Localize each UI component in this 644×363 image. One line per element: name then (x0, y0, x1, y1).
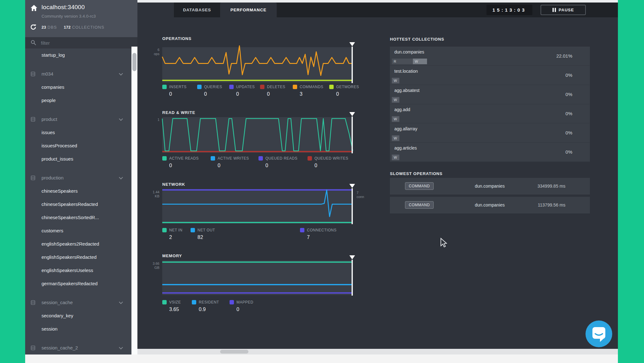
sidebar-item-englishSpeakersRedacted[interactable]: englishSpeakersRedacted (25, 251, 137, 264)
hottest-collections-title: HOTTEST COLLECTIONS (390, 37, 444, 42)
chevron-down-icon[interactable] (119, 345, 123, 349)
readwrite-chart-lines (162, 117, 353, 153)
read-write-bar: R W (392, 59, 427, 64)
topbar: DATABASES PERFORMANCE 15:13:03 PAUSE (174, 3, 618, 17)
hottest-row: agg.articles 0% W (390, 143, 590, 162)
queued-writes-swatch (308, 156, 312, 161)
sidebar-item-englishSpeakers2Redacted[interactable]: englishSpeakers2Redacted (25, 237, 137, 251)
sidebar-item-secondary_key[interactable]: secondary_key (25, 309, 137, 322)
sidebar-scrollbar-thumb[interactable] (132, 53, 136, 71)
readwrite-chart-title: READ & WRITE (162, 110, 195, 115)
sidebar-db-session_cache_2[interactable]: session_cache_2 (25, 341, 137, 354)
sidebar-db-product[interactable]: product (25, 113, 137, 126)
readwrite-slider-handle[interactable] (349, 112, 355, 116)
chevron-down-icon[interactable] (119, 300, 123, 304)
operation-target: dun.companies (475, 202, 505, 207)
tab-performance[interactable]: PERFORMANCE (220, 3, 277, 17)
sidebar-item-people[interactable]: people (25, 94, 137, 107)
updates-swatch (229, 85, 234, 89)
operations-legend: INSERTS0 QUERIES0 UPDATES0 DELETES0 COMM… (162, 84, 364, 101)
sidebar-search (25, 37, 137, 48)
getmores-swatch (329, 85, 334, 89)
pause-button[interactable]: PAUSE (541, 5, 586, 15)
net-out-swatch (191, 228, 195, 232)
sidebar-item-englishSpeakersUseless[interactable]: englishSpeakersUseless (25, 264, 137, 277)
write-segment: W (413, 59, 427, 64)
chevron-down-icon[interactable] (119, 175, 123, 179)
network-chart (162, 189, 353, 224)
network-time-slider (352, 188, 353, 224)
home-icon[interactable] (30, 4, 38, 12)
slowest-operations-title: SLOWEST OPERATIONS (390, 171, 442, 176)
operation-type-badge: COMMAND (405, 182, 434, 190)
database-icon (31, 345, 36, 350)
operations-slider-handle[interactable] (349, 42, 355, 46)
sidebar-scrollbar (131, 47, 137, 354)
write-segment: W (392, 155, 399, 160)
operations-y-axis: 6ops (144, 48, 159, 56)
queries-swatch (197, 85, 202, 89)
chevron-down-icon[interactable] (119, 71, 123, 76)
tab-databases[interactable]: DATABASES (174, 3, 220, 17)
collections-label: COLLECTIONS (72, 25, 104, 30)
write-segment: W (392, 116, 399, 122)
hottest-row: agg.allarray 0% W (390, 123, 590, 143)
sidebar-item-product_issues[interactable]: product_issues (25, 152, 137, 166)
network-slider-handle[interactable] (349, 184, 355, 188)
memory-slider-handle[interactable] (349, 255, 355, 259)
operations-chart-title: OPERATIONS (162, 36, 192, 41)
read-segment: R (392, 59, 413, 64)
sidebar-item-customers[interactable]: customers (25, 224, 137, 237)
hottest-row: agg.absatest 0% W (390, 85, 590, 104)
sidebar-item-issuesProcessed[interactable]: issuesProcessed (25, 139, 137, 152)
sidebar-item-chineseSpeakersRedacted[interactable]: chineseSpeakersRedacted (25, 198, 137, 211)
operation-target: dun.companies (475, 184, 505, 189)
queued-reads-swatch (258, 156, 263, 161)
dbs-count: 23 (42, 25, 46, 30)
bottom-band (25, 354, 618, 363)
clock: 15:13:03 (486, 5, 532, 15)
horizontal-scrollbar (137, 349, 618, 354)
sidebar-item-startup_log[interactable]: startup_log (25, 48, 137, 62)
write-segment: W (392, 97, 399, 103)
main-content: DATABASES PERFORMANCE 15:13:03 PAUSE OPE… (137, 3, 618, 349)
chat-button[interactable] (586, 320, 612, 347)
memory-chart (162, 260, 353, 295)
pause-icon (552, 8, 556, 12)
operations-chart-lines (162, 47, 353, 82)
chevron-down-icon[interactable] (119, 117, 123, 121)
sidebar-item-companies[interactable]: companies (25, 81, 137, 94)
sidebar-item-session[interactable]: session (25, 322, 137, 336)
slowest-row: COMMAND dun.companies 113799.56 ms (390, 197, 590, 213)
deletes-swatch (260, 85, 264, 89)
memory-chart-lines (162, 260, 353, 295)
chat-bubble-icon (592, 327, 605, 339)
mapped-swatch (230, 300, 234, 304)
network-y-axis: 1.44KB (144, 190, 159, 198)
sidebar-db-m034[interactable]: m034 (25, 67, 137, 81)
operation-type-badge: COMMAND (405, 201, 434, 209)
sidebar-db-production[interactable]: production (25, 171, 137, 184)
sidebar-header: localhost:34000 Community version 3.4.0-… (25, 0, 137, 37)
dbs-label: DBS (47, 25, 57, 30)
commands-swatch (293, 85, 297, 89)
horizontal-scrollbar-thumb[interactable] (220, 350, 248, 354)
database-icon (31, 300, 36, 305)
refresh-icon[interactable] (30, 24, 36, 30)
net-in-swatch (162, 228, 167, 232)
vsize-swatch (162, 300, 167, 304)
sidebar-db-session_cache[interactable]: session_cache (25, 296, 137, 309)
operations-time-slider (352, 47, 353, 83)
memory-legend: VSIZE3.65 RESIDENT0.9 MAPPED0 (162, 300, 364, 316)
filter-input[interactable] (41, 38, 119, 47)
memory-chart-title: MEMORY (162, 253, 182, 258)
sidebar-item-issues[interactable]: issues (25, 126, 137, 139)
sidebar-item-chineseSpeakers[interactable]: chineseSpeakers (25, 184, 137, 198)
sidebar-item-chineseSpeakersSortedR[interactable]: chineseSpeakersSortedR... (25, 211, 137, 224)
sidebar-item-germanSpeakersRedacted[interactable]: germanSpeakersRedacted (25, 277, 137, 290)
top-strip (137, 0, 618, 3)
database-icon (31, 175, 36, 180)
write-segment: W (392, 135, 399, 141)
slowest-row: COMMAND dun.companies 334999.85 ms (390, 178, 590, 195)
server-version: Community version 3.4.0-rc3 (42, 14, 96, 19)
